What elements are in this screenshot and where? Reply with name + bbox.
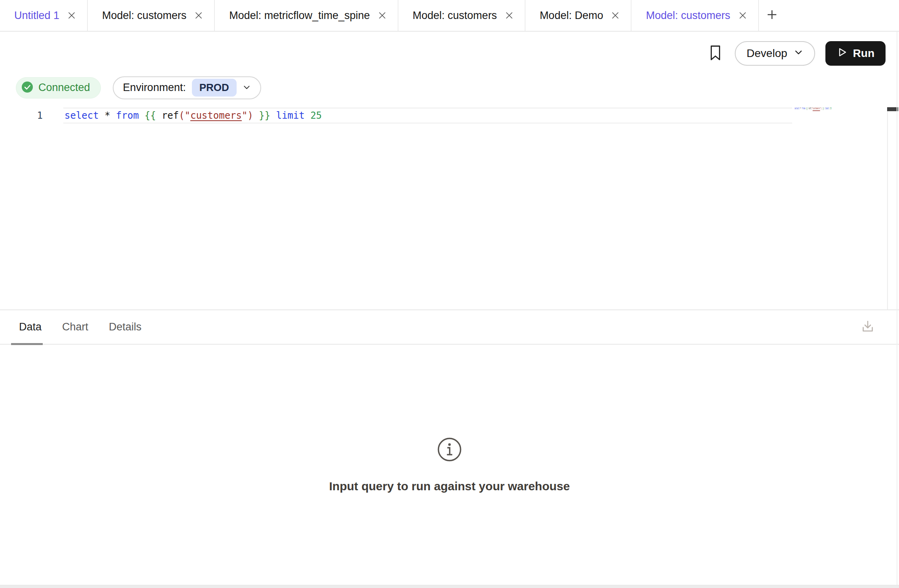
close-tab-icon[interactable] <box>378 11 387 20</box>
code-token: limit <box>825 107 829 110</box>
code-token <box>139 110 144 121</box>
tab-untitled-1[interactable]: Untitled 1 <box>0 0 88 31</box>
tab-strip: Untitled 1Model: customersModel: metricf… <box>0 0 759 31</box>
code-token: ref <box>162 110 179 121</box>
window-bottom-strip <box>0 585 899 588</box>
develop-label: Develop <box>747 47 787 60</box>
code-token: {{ <box>144 110 156 121</box>
results-tab-details[interactable]: Details <box>109 310 142 344</box>
code-token: select <box>64 110 99 121</box>
close-tab-icon[interactable] <box>194 11 203 20</box>
bookmark-icon <box>709 45 722 63</box>
line-number: 1 <box>0 108 63 123</box>
code-token <box>253 110 259 121</box>
tab-model-metricflow-time-spine[interactable]: Model: metricflow_time_spine <box>215 0 398 31</box>
connection-status-row: Connected Environment: PROD <box>0 75 899 100</box>
tab-label: Model: Demo <box>540 9 603 22</box>
develop-menu-button[interactable]: Develop <box>735 41 815 66</box>
code-token <box>305 110 310 121</box>
tab-label: Model: customers <box>413 9 497 22</box>
info-icon <box>437 437 462 464</box>
environment-label: Environment: <box>123 82 186 94</box>
results-empty-state: Input query to run against your warehous… <box>0 345 899 585</box>
results-tab-data[interactable]: Data <box>19 310 42 344</box>
tab-model-customers[interactable]: Model: customers <box>632 0 759 31</box>
download-results-button[interactable] <box>857 316 878 338</box>
chevron-down-icon <box>794 47 803 60</box>
run-button[interactable]: Run <box>825 41 886 66</box>
new-tab-button[interactable] <box>759 0 785 31</box>
app-window: Untitled 1Model: customersModel: metricf… <box>0 0 899 588</box>
play-icon <box>836 47 848 61</box>
results-tab-bar: DataChartDetails <box>0 310 899 345</box>
code-token: from <box>802 107 805 110</box>
code-token: 25 <box>310 110 322 121</box>
chevron-down-icon <box>243 83 251 93</box>
code-editor[interactable]: 1 select * from {{ ref("customers") }} l… <box>0 100 899 309</box>
results-tab-chart[interactable]: Chart <box>62 310 88 344</box>
code-token <box>156 110 161 121</box>
tab-model-customers[interactable]: Model: customers <box>88 0 215 31</box>
code-token: * <box>104 110 110 121</box>
empty-state-message: Input query to run against your warehous… <box>329 480 570 493</box>
editor-toolbar: Develop Run <box>0 32 899 75</box>
code-line-row: 1 select * from {{ ref("customers") }} l… <box>0 108 899 123</box>
environment-selector[interactable]: Environment: PROD <box>113 76 261 99</box>
results-tab-list: DataChartDetails <box>19 310 142 344</box>
tab-label: Model: metricflow_time_spine <box>229 9 370 22</box>
tab-label: Model: customers <box>646 9 730 22</box>
code-token <box>270 110 276 121</box>
close-tab-icon[interactable] <box>67 11 76 20</box>
active-line-highlight[interactable]: select * from {{ ref("customers") }} lim… <box>63 108 792 123</box>
code-token <box>99 110 104 121</box>
code-token <box>110 110 116 121</box>
code-token: (" <box>179 110 190 121</box>
right-edge-border <box>897 32 897 585</box>
minimap-code-line: select * from {{ ref("customers") }} lim… <box>795 107 832 110</box>
code-token: 25 <box>830 107 831 110</box>
code-token: customers <box>190 110 242 121</box>
connection-status-badge: Connected <box>16 77 101 99</box>
code-token: from <box>116 110 139 121</box>
code-token: select <box>795 107 799 110</box>
download-icon <box>859 318 876 336</box>
code-token: }} <box>259 110 270 121</box>
connection-status-label: Connected <box>38 82 90 94</box>
close-tab-icon[interactable] <box>738 11 747 20</box>
check-circle-icon <box>21 81 33 95</box>
results-panel: DataChartDetails Input query to run agai… <box>0 309 899 585</box>
code-line: select * from {{ ref("customers") }} lim… <box>64 110 322 121</box>
editor-tab-bar: Untitled 1Model: customersModel: metricf… <box>0 0 899 32</box>
tab-label: Model: customers <box>102 9 186 22</box>
code-token: limit <box>276 110 305 121</box>
editor-minimap[interactable]: select * from {{ ref("customers") }} lim… <box>795 105 832 110</box>
tab-model-customers[interactable]: Model: customers <box>398 0 525 31</box>
plus-icon <box>765 8 779 23</box>
overview-ruler-border <box>887 111 888 309</box>
environment-value-badge: PROD <box>192 79 237 97</box>
tab-model-demo[interactable]: Model: Demo <box>525 0 632 31</box>
code-token: customers <box>813 107 820 110</box>
close-tab-icon[interactable] <box>611 11 620 20</box>
run-label: Run <box>853 47 874 60</box>
close-tab-icon[interactable] <box>505 11 514 20</box>
code-token: ") <box>242 110 253 121</box>
bookmark-button[interactable] <box>706 42 725 65</box>
tab-label: Untitled 1 <box>14 9 59 22</box>
